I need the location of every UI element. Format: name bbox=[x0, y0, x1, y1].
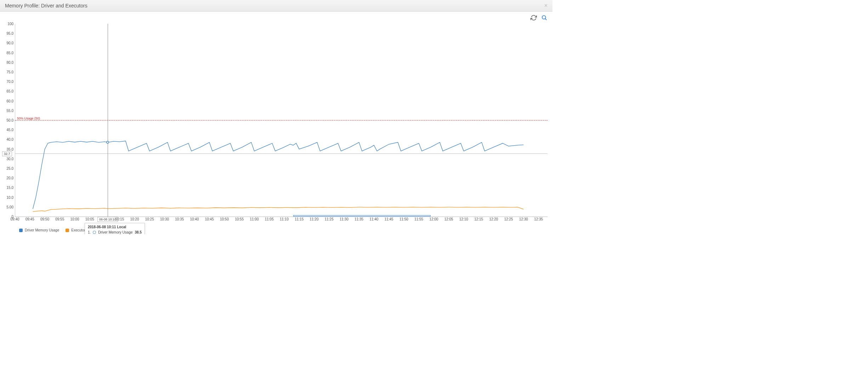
x-tick-label: 11:55 bbox=[414, 217, 423, 221]
tooltip-row-value: 38.5 bbox=[135, 230, 142, 234]
svg-line-1 bbox=[545, 18, 546, 20]
x-tick-label: 11:45 bbox=[385, 217, 393, 221]
y-tick-label: 15.0 bbox=[7, 186, 13, 190]
x-tick-label: 12:30 bbox=[519, 217, 528, 221]
legend-swatch-icon bbox=[19, 229, 23, 232]
tooltip-row: 1. Driver Memory Usage 38.5 bbox=[88, 230, 142, 234]
zoom-icon[interactable] bbox=[541, 15, 548, 21]
tooltip-title: 2018-06-08 10:11 Local bbox=[88, 225, 142, 229]
hover-point-icon bbox=[107, 141, 109, 144]
y-tick-label: 40.0 bbox=[7, 138, 13, 141]
x-tick-label: 10:40 bbox=[190, 217, 199, 221]
legend-label: Driver Memory Usage bbox=[25, 228, 59, 232]
plot-area[interactable]: 50% Usage (50) 32.7 bbox=[15, 24, 548, 217]
x-tick-label: 10:20 bbox=[130, 217, 139, 221]
panel-title: Memory Profile: Driver and Executors bbox=[5, 3, 87, 9]
x-tick-label: 12:35 bbox=[534, 217, 543, 221]
x-tick-label: 10:25 bbox=[145, 217, 154, 221]
x-tick-label: 12:00 bbox=[429, 217, 438, 221]
x-tick-label: 10:45 bbox=[205, 217, 214, 221]
x-tick-label: 10:55 bbox=[235, 217, 244, 221]
y-tick-label: 100 bbox=[7, 22, 13, 26]
panel-header: Memory Profile: Driver and Executors × bbox=[0, 0, 552, 12]
x-tick-label: 12:10 bbox=[459, 217, 468, 221]
x-tick-label: 10:35 bbox=[175, 217, 184, 221]
x-tick-label: 09:40 bbox=[10, 217, 19, 221]
y-tick-label: 95.0 bbox=[7, 32, 13, 35]
x-tick-label: 12:25 bbox=[504, 217, 513, 221]
chart-legend: Driver Memory Usage Executor Memory Usag… bbox=[0, 227, 552, 234]
series-driver bbox=[33, 141, 524, 209]
y-tick-label: 25.0 bbox=[7, 167, 13, 170]
x-tick-label: 09:55 bbox=[55, 217, 64, 221]
x-tick-label: 11:40 bbox=[369, 217, 378, 221]
tooltip-row-label: Driver Memory Usage bbox=[98, 230, 132, 234]
y-tick-label: 45.0 bbox=[7, 128, 13, 132]
series-executor bbox=[33, 207, 524, 212]
y-tick-label: 70.0 bbox=[7, 80, 13, 84]
x-tick-label: 11:35 bbox=[354, 217, 363, 221]
y-tick-label: 20.0 bbox=[7, 176, 13, 180]
x-tick-label: 11:00 bbox=[250, 217, 259, 221]
x-tick-label: 09:45 bbox=[25, 217, 34, 221]
x-tick-label: 10:00 bbox=[70, 217, 79, 221]
chart-tooltip: 2018-06-08 10:11 Local 1. Driver Memory … bbox=[85, 223, 145, 234]
x-tick-label: 10:50 bbox=[220, 217, 229, 221]
chart-svg bbox=[15, 24, 548, 217]
x-tick-label: 11:30 bbox=[340, 217, 348, 221]
series-color-icon bbox=[93, 231, 96, 234]
x-tick-label: 10:30 bbox=[160, 217, 169, 221]
x-tick-label: 11:25 bbox=[325, 217, 334, 221]
x-tick-label: 11:50 bbox=[399, 217, 408, 221]
x-tick-label: 11:15 bbox=[295, 217, 303, 221]
y-tick-label: 10.0 bbox=[7, 195, 13, 199]
y-tick-label: 50.0 bbox=[7, 118, 13, 122]
close-icon[interactable]: × bbox=[544, 3, 548, 9]
y-tick-label: 75.0 bbox=[7, 70, 13, 74]
tooltip-row-index: 1. bbox=[88, 230, 91, 234]
y-tick-label: 90.0 bbox=[7, 41, 13, 45]
y-tick-label: 65.0 bbox=[7, 89, 13, 93]
y-tick-label: 55.0 bbox=[7, 108, 13, 112]
x-tick-label: 09:50 bbox=[40, 217, 49, 221]
hover-y-badge: 32.7 bbox=[2, 151, 12, 156]
x-tick-label: 11:05 bbox=[265, 217, 274, 221]
legend-swatch-icon bbox=[66, 229, 69, 232]
chart-area[interactable]: 05.0010.015.020.025.030.035.040.045.050.… bbox=[0, 22, 552, 227]
x-tick-label: 10:15 bbox=[115, 217, 124, 221]
y-axis: 05.0010.015.020.025.030.035.040.045.050.… bbox=[0, 24, 15, 217]
y-tick-label: 5.00 bbox=[7, 205, 13, 209]
y-tick-label: 35.0 bbox=[7, 147, 13, 151]
panel-toolbar bbox=[0, 12, 552, 22]
y-tick-label: 85.0 bbox=[7, 51, 13, 55]
y-tick-label: 80.0 bbox=[7, 60, 13, 64]
x-tick-label: 12:20 bbox=[489, 217, 498, 221]
x-tick-label: 10:05 bbox=[85, 217, 94, 221]
refresh-icon[interactable] bbox=[531, 15, 537, 21]
y-tick-label: 30.0 bbox=[7, 157, 13, 161]
x-tick-label: 11:20 bbox=[310, 217, 318, 221]
legend-item-driver[interactable]: Driver Memory Usage bbox=[19, 228, 59, 232]
x-tick-label: 12:15 bbox=[474, 217, 483, 221]
x-tick-label: 12:05 bbox=[444, 217, 453, 221]
y-tick-label: 60.0 bbox=[7, 99, 13, 103]
x-tick-label: 11:10 bbox=[280, 217, 289, 221]
